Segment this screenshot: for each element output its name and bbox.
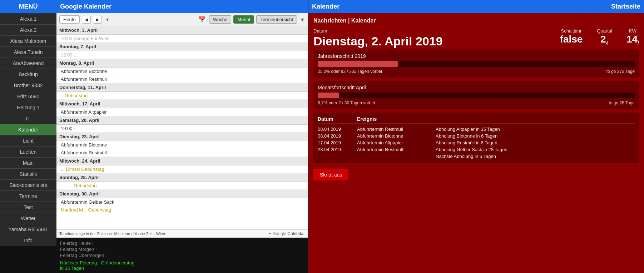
kal-section: Kalender Startseite Nachrichten | Kalend… — [308, 0, 644, 273]
gcal-toolbar: Heute ◀ ▶ ▼ 📅 Woche Monat Terminübersich… — [56, 13, 308, 26]
sidebar-item-brother-9332[interactable]: Brother 9332 — [0, 80, 56, 91]
cal-event: 10:00 Vorlage Für Wien — [56, 35, 308, 43]
event-ereignis: Abfuhrtermin Restmüll — [357, 126, 428, 132]
event-info: Abholung Gelber Sack in 28 Tagen — [436, 147, 635, 152]
sidebar-item-alexa-2[interactable]: Alexa 2 — [0, 25, 56, 36]
sidebar-item-fritz-6590[interactable]: Fritz 6590 — [0, 91, 56, 102]
events-col-ereignis: Ereignis — [357, 116, 428, 122]
gcal-section: Google Kalender Heute ◀ ▶ ▼ 📅 Woche Mona… — [56, 0, 308, 273]
startseite-link[interactable]: Startseite — [611, 3, 640, 10]
monatsfortschritt-togo: to go 28 Tage — [609, 100, 635, 105]
events-section: Datum Ereignis 08.04.2019 Abfuhrtermin R… — [313, 113, 639, 163]
sidebar-item-kalender[interactable]: Kalender — [0, 124, 56, 135]
sidebar-item-test[interactable]: Test — [0, 202, 56, 213]
schaltjahr-label: Schaltjahr — [560, 28, 583, 34]
sidebar-item-backltup[interactable]: Backltup — [0, 69, 56, 80]
quartal-label: Quartal — [597, 28, 612, 34]
gcal-calendar[interactable]: Mittwoch, 3. April10:00 Vorlage Für Wien… — [56, 26, 308, 229]
kw-label: KW — [626, 28, 639, 34]
event-row: 17.04.2019 Abfuhrtermin Altpapier Abholu… — [318, 139, 635, 146]
view-terminuebersicht-button[interactable]: Terminübersicht — [256, 15, 297, 24]
cal-event: Abfuhrtermin Restmüll — [56, 149, 308, 157]
events-col-info — [436, 116, 635, 122]
sidebar-item-wetter[interactable]: Wetter — [0, 213, 56, 224]
date-range-dropdown[interactable]: ▼ — [105, 17, 110, 22]
view-woche-button[interactable]: Woche — [209, 15, 231, 24]
gcal-footer: Terminanzeige in der Zeitzone: Mitteleur… — [56, 229, 308, 238]
next-feiertag-days: in 16 Tagen — [60, 265, 84, 271]
sidebar-item-alexa-1[interactable]: Alexa 1 — [0, 14, 56, 25]
cal-day-header: Mittwoch, 3. April — [56, 26, 308, 35]
event-info: Abholung Altpapier in 15 Tagen — [436, 126, 635, 132]
gcal-bottom: Feiertag Heute : Feiertag Morgen : Feier… — [56, 238, 308, 273]
prev-button[interactable]: ◀ — [82, 16, 91, 24]
event-row: 08.04.2019 Abfuhrtermin Biotonne Abholun… — [318, 133, 635, 139]
feiertag-morgen: Feiertag Morgen : — [60, 247, 304, 252]
monatsfortschritt-text-row: 6,7% oder 2 / 30 Tagen vorbei to go 28 T… — [318, 100, 635, 105]
sidebar-item-alexa-multiroom[interactable]: Alexa Multiroom — [0, 36, 56, 47]
jahresfortschritt-fill — [318, 61, 398, 67]
center-right: Google Kalender Heute ◀ ▶ ▼ 📅 Woche Mona… — [56, 0, 644, 273]
sidebar-item-info[interactable]: Info — [0, 235, 56, 246]
event-datum: 08.04.2019 — [318, 126, 350, 132]
date-big: Dienstag, 2. April 2019 — [313, 34, 443, 48]
google-cal-logo: + Google Calendar — [269, 231, 305, 236]
sidebar-item-lueften[interactable]: Lueften — [0, 147, 56, 158]
today-button[interactable]: Heute — [59, 15, 80, 24]
cal-event: ... Dimssi Geburtstag — [56, 165, 308, 173]
cal-day-header: Mittwoch, 24. April — [56, 157, 308, 165]
view-dropdown-arrow[interactable]: ▼ — [300, 17, 305, 23]
calendar-icon: 📅 — [198, 16, 205, 23]
sidebar-item-heizung-1[interactable]: Heizung 1 — [0, 102, 56, 113]
event-info: Abholung Biotonne in 6 Tagen — [436, 133, 635, 139]
monatsfortschritt-bar — [318, 93, 635, 98]
event-datum: 17.04.2019 — [318, 140, 350, 145]
feiertag-uebermorgen: Feiertag Übermorgen : — [60, 253, 304, 258]
sidebar-item-licht[interactable]: Licht — [0, 135, 56, 147]
sidebar-item-an/abwesend[interactable]: An/Abwesend — [0, 58, 56, 69]
view-monat-button[interactable]: Monat — [233, 15, 254, 24]
next-feiertag: Nächster Feiertag : Gründonnerstag in 16… — [60, 260, 304, 271]
events-header: Datum Ereignis — [318, 116, 635, 124]
gcal-footer-tz: Terminanzeige in der Zeitzone: Mitteleur… — [59, 232, 165, 236]
sidebar-item-alexa-tuneln[interactable]: Alexa Tuneln — [0, 47, 56, 58]
event-ereignis: Abfuhrtermin Biotonne — [357, 133, 428, 139]
event-info: Nächste Abholung in 6 Tagen — [436, 154, 635, 159]
cal-event: 12:00 ... — [56, 51, 308, 59]
jahresfortschritt-section: Jahresfortschritt 2019 25,2% oder 92 / 3… — [313, 50, 639, 78]
skript-button[interactable]: Skript aus — [313, 169, 348, 180]
sidebar-item-termine[interactable]: Termine — [0, 191, 56, 202]
datum-label: Datum — [313, 28, 443, 34]
schaltjahr-val: false — [560, 34, 583, 45]
kal-body: Nachrichten | Kalender Datum Dienstag, 2… — [308, 13, 644, 273]
monatsfortschritt-title: Monatsfortschritt April — [318, 85, 635, 90]
jahresfortschritt-bar — [318, 61, 635, 67]
jahresfortschritt-text-row: 25,2% oder 92 / 365 Tagen vorbei to go 2… — [318, 69, 635, 74]
events-col-datum: Datum — [318, 116, 350, 122]
next-feiertag-label: Nächster Feiertag : Gründonnerstag — [60, 260, 134, 265]
jahresfortschritt-title: Jahresfortschritt 2019 — [318, 53, 635, 59]
cal-event: Abfuhrtermin Biotonne — [56, 68, 308, 75]
sidebar-items: Alexa 1Alexa 2Alexa MultiroomAlexa Tunel… — [0, 14, 56, 246]
sidebar-item-steckdosenleiste[interactable]: Steckdosenleiste — [0, 180, 56, 191]
sidebar-item-yamaha-rx-v481[interactable]: Yamaha RX V481 — [0, 224, 56, 235]
kw-val: 14/ — [626, 34, 639, 46]
cal-event: Abfuhrtermin Gelber Sack — [56, 198, 308, 206]
cal-day-header: Dienstag, 23. April — [56, 133, 308, 141]
event-row: Nächste Abholung in 6 Tagen — [318, 153, 635, 160]
event-datum: 08.04.2019 — [318, 133, 350, 139]
kal-header-title: Kalender — [312, 3, 340, 10]
sidebar-item-statistik[interactable]: Statistik — [0, 169, 56, 180]
cal-event: Abfuhrtermin Restmüll — [56, 75, 308, 83]
monatsfortschritt-section: Monatsfortschritt April 6,7% oder 2 / 30… — [313, 81, 639, 109]
event-row: 08.04.2019 Abfuhrtermin Restmüll Abholun… — [318, 126, 635, 133]
sidebar-item-main[interactable]: Main — [0, 158, 56, 169]
kal-header: Kalender Startseite — [308, 0, 644, 13]
sidebar-item-it[interactable]: IT — [0, 113, 56, 124]
quartal-val: 24 — [597, 34, 612, 46]
monatsfortschritt-fill — [318, 93, 339, 98]
kal-nachrichten-title: Nachrichten | Kalender — [313, 18, 639, 24]
event-info: Abholung Restmüll in 6 Tagen — [436, 140, 635, 145]
cal-event: Abfuhrtermin Biotonne — [56, 141, 308, 149]
next-button[interactable]: ▶ — [93, 16, 102, 24]
